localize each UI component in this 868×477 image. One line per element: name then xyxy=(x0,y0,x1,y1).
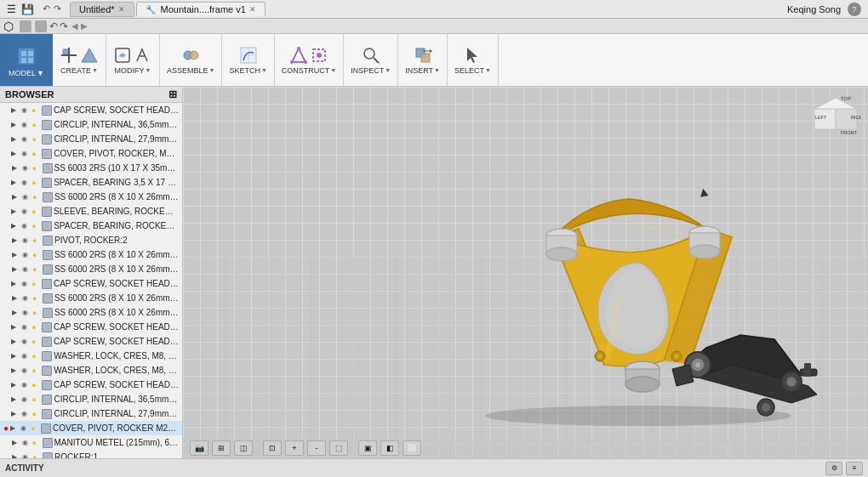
browser-list-item[interactable]: ▶◉●CIRCLIP, INTERNAL, 27,9mm OI... xyxy=(0,132,182,146)
visibility-icon[interactable]: ◉ xyxy=(20,424,29,432)
expand-arrow[interactable]: ▶ xyxy=(12,453,20,458)
toolbar-group-inspect[interactable]: INSPECT▼ xyxy=(344,34,398,86)
status-btn-1[interactable]: ⚙ xyxy=(825,462,842,475)
browser-list-item[interactable]: ▶◉●CAP SCREW, SOCKET HEAD, CRI... xyxy=(0,103,182,117)
vp-btn-view2[interactable]: ◫ xyxy=(234,440,253,456)
tab-mountain-close[interactable]: ✕ xyxy=(249,5,256,14)
expand-arrow[interactable]: ▶ xyxy=(11,106,20,114)
toolbar-group-sketch[interactable]: SKETCH▼ xyxy=(222,34,274,86)
expand-arrow[interactable]: ▶ xyxy=(11,410,20,417)
expand-arrow[interactable]: ▶ xyxy=(11,179,20,186)
browser-list-item[interactable]: ▶◉●SS 6003 2RS (10 X 17 X 35mm):... xyxy=(0,161,182,175)
expand-arrow[interactable]: ▶ xyxy=(11,280,20,287)
expand-arrow[interactable]: ▶ xyxy=(11,381,20,389)
visibility-icon[interactable]: ◉ xyxy=(21,323,30,331)
redo-btn[interactable]: ↷ xyxy=(60,20,68,32)
toolbar-group-assemble[interactable]: ASSEMBLE▼ xyxy=(160,34,222,86)
visibility-icon[interactable]: ◉ xyxy=(21,280,30,287)
browser-list-item[interactable]: ▶◉●SPACER, BEARING, ROCKER, MI... xyxy=(0,219,182,233)
expand-arrow[interactable]: ▶ xyxy=(11,150,20,157)
vp-btn-zoom-box[interactable]: ⬚ xyxy=(329,440,348,456)
vp-btn-display2[interactable]: ◧ xyxy=(380,440,399,456)
browser-list-item[interactable]: ▶◉●SS 6000 2RS (8 X 10 X 26mm):5 xyxy=(0,291,182,305)
vp-btn-zoom-fit[interactable]: ⊡ xyxy=(263,440,282,456)
browser-list-item[interactable]: ▶◉●WASHER, LOCK, CRES, M8, 12,7... xyxy=(0,349,182,363)
status-btn-2[interactable]: ≡ xyxy=(846,462,863,475)
browser-list-item[interactable]: ▶◉●PIVOT, ROCKER:2 xyxy=(0,233,182,247)
expand-arrow[interactable]: ▶ xyxy=(12,164,20,172)
expand-arrow[interactable]: ▶ xyxy=(12,193,20,201)
vp-btn-display3[interactable]: ⬜ xyxy=(403,440,421,456)
expand-arrow[interactable]: ▶ xyxy=(12,439,20,446)
browser-list-item[interactable]: ▶◉●ROCKER:1 xyxy=(0,450,182,458)
visibility-icon[interactable]: ◉ xyxy=(22,294,31,302)
toolbar-group-insert[interactable]: INSERT▼ xyxy=(398,34,448,86)
visibility-icon[interactable]: ◉ xyxy=(21,179,30,186)
expand-arrow[interactable]: ▶ xyxy=(10,424,19,432)
visibility-icon[interactable]: ◉ xyxy=(22,251,31,258)
browser-toggle[interactable]: ⊞ xyxy=(168,88,177,100)
browser-list-item[interactable]: ▶◉●SPACER, BEARING 3,5 X 17 X 3C... xyxy=(0,175,182,190)
visibility-icon[interactable]: ◉ xyxy=(21,106,30,114)
expand-arrow[interactable]: ▶ xyxy=(11,135,20,143)
visibility-icon[interactable]: ◉ xyxy=(22,265,31,273)
visibility-icon[interactable]: ◉ xyxy=(22,236,31,244)
visibility-icon[interactable]: ◉ xyxy=(21,222,30,230)
visibility-icon[interactable]: ◉ xyxy=(21,410,30,417)
viewport[interactable]: ▲ TOP RIGHT LEFT FRONT 📷 ⊞ ◫ ⊡ xyxy=(183,87,868,458)
vp-btn-zoom-out[interactable]: - xyxy=(307,440,326,456)
tab-untitled[interactable]: Untitled* ✕ xyxy=(70,2,134,17)
visibility-icon[interactable]: ◉ xyxy=(21,150,30,157)
expand-arrow[interactable]: ▶ xyxy=(11,338,20,345)
vp-btn-camera[interactable]: 📷 xyxy=(190,440,208,456)
expand-arrow[interactable]: ▶ xyxy=(12,265,20,273)
toolbar-group-create[interactable]: CREATE▼ xyxy=(53,34,106,86)
visibility-icon[interactable]: ◉ xyxy=(21,366,30,374)
expand-arrow[interactable]: ▶ xyxy=(12,251,20,258)
vp-btn-display1[interactable]: ▣ xyxy=(358,440,377,456)
expand-arrow[interactable]: ▶ xyxy=(11,323,20,331)
view-cube[interactable]: TOP RIGHT LEFT FRONT xyxy=(810,94,861,145)
browser-list-item[interactable]: ▶◉●SS 6000 2RS (8 X 10 X 26mm):4 xyxy=(0,262,182,276)
open-icon[interactable] xyxy=(35,20,47,32)
undo-btn[interactable]: ↶ xyxy=(49,20,58,32)
tab-untitled-close[interactable]: ✕ xyxy=(118,5,125,14)
toolbar-group-model[interactable]: MODEL ▼ xyxy=(0,34,53,86)
browser-list-item[interactable]: ▶◉●CAP SCREW, SOCKET HEAD, CRI... xyxy=(0,378,182,392)
browser-list-item[interactable]: ▶◉●CIRCLIP, INTERNAL, 36,5mm OI... xyxy=(0,392,182,406)
toolbar-group-select[interactable]: SELECT▼ xyxy=(448,34,499,86)
vp-btn-zoom-in[interactable]: + xyxy=(285,440,304,456)
visibility-icon[interactable]: ◉ xyxy=(21,338,30,345)
browser-list-item[interactable]: ▶◉●COVER, PIVOT, ROCKER, M27,9... xyxy=(0,146,182,161)
visibility-icon[interactable]: ◉ xyxy=(22,453,31,458)
expand-arrow[interactable]: ▶ xyxy=(11,395,20,403)
expand-arrow[interactable]: ▶ xyxy=(11,121,20,128)
visibility-icon[interactable]: ◉ xyxy=(21,121,30,128)
toolbar-group-modify[interactable]: MODIFY▼ xyxy=(106,34,160,86)
save-icon[interactable] xyxy=(20,20,31,32)
visibility-icon[interactable]: ◉ xyxy=(21,352,30,360)
expand-arrow[interactable]: ▶ xyxy=(12,236,20,244)
expand-arrow[interactable]: ▶ xyxy=(12,294,20,302)
visibility-icon[interactable]: ◉ xyxy=(21,381,30,389)
browser-list-item[interactable]: ▶◉●CIRCLIP, INTERNAL, 27,9mm OI... xyxy=(0,406,182,421)
tab-mountain-frame[interactable]: 🔧 Mountain....frame v1 ✕ xyxy=(136,2,266,16)
browser-list-item[interactable]: ▶◉●SS 6000 2RS (8 X 10 X 26mm):6 xyxy=(0,305,182,320)
expand-arrow[interactable]: ▶ xyxy=(11,207,20,215)
browser-list-item[interactable]: ▶◉●CAP SCREW, SOCKET HEAD, FLA... xyxy=(0,334,182,349)
visibility-icon[interactable]: ◉ xyxy=(22,309,31,316)
browser-list-item[interactable]: ▶◉●WASHER, LOCK, CRES, M8, 12,7... xyxy=(0,363,182,378)
expand-arrow[interactable]: ▶ xyxy=(11,352,20,360)
browser-list-item[interactable]: ▶◉●CAP SCREW, SOCKET HEAD, FLA... xyxy=(0,320,182,334)
browser-list-item[interactable]: ▶◉●CIRCLIP, INTERNAL, 36,5mm OI... xyxy=(0,117,182,132)
browser-list-item[interactable]: ▶◉●CAP SCREW, SOCKET HEAD, FLA... xyxy=(0,276,182,291)
visibility-icon[interactable]: ◉ xyxy=(22,439,31,446)
expand-arrow[interactable]: ▶ xyxy=(11,366,20,374)
vp-btn-view1[interactable]: ⊞ xyxy=(212,440,231,456)
expand-arrow[interactable]: ▶ xyxy=(11,222,20,230)
visibility-icon[interactable]: ◉ xyxy=(21,207,30,215)
visibility-icon[interactable]: ◉ xyxy=(21,135,30,143)
visibility-icon[interactable]: ◉ xyxy=(22,193,31,201)
visibility-icon[interactable]: ◉ xyxy=(21,395,30,403)
toolbar-group-construct[interactable]: CONSTRUCT▼ xyxy=(275,34,344,86)
